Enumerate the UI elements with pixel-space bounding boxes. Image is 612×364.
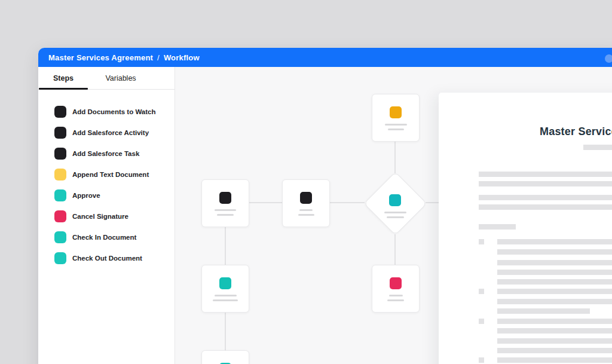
step-type-icon xyxy=(54,148,66,160)
document-text-placeholder xyxy=(497,270,612,275)
node-placeholder-line xyxy=(388,129,404,130)
workflow-node-card[interactable] xyxy=(201,265,249,313)
document-text-placeholder xyxy=(497,319,612,324)
node-placeholder-line xyxy=(387,299,404,301)
workflow-node-card[interactable] xyxy=(282,179,330,227)
workflow-node-card[interactable] xyxy=(201,350,249,364)
node-placeholder-line xyxy=(384,212,406,213)
document-bullet-placeholder xyxy=(479,319,484,324)
document-text-placeholder xyxy=(497,279,612,285)
node-placeholder-line xyxy=(298,214,314,216)
document-bullet-placeholder xyxy=(479,357,484,363)
step-list-item[interactable]: Cancel Signature xyxy=(54,210,175,222)
node-step-icon xyxy=(390,277,402,289)
document-text-placeholder xyxy=(479,172,612,177)
sidebar-tabbar: Steps Variables xyxy=(38,67,175,90)
node-placeholder-line xyxy=(389,295,403,296)
breadcrumb-separator: / xyxy=(157,53,160,62)
connector-line xyxy=(225,311,226,351)
node-step-icon xyxy=(389,194,401,206)
node-placeholder-line xyxy=(299,209,313,211)
desktop-background: Master Services Agreement/Workflow Steps… xyxy=(0,0,612,364)
step-item-label: Check Out Document xyxy=(72,255,142,262)
step-type-icon xyxy=(54,189,66,201)
step-item-label: Add Salesforce Activity xyxy=(72,129,149,136)
document-preview-panel[interactable]: Master Services xyxy=(439,93,612,364)
document-text-placeholder xyxy=(497,239,612,244)
step-type-icon xyxy=(54,231,66,243)
document-text-placeholder xyxy=(479,204,612,210)
app-header: Master Services Agreement/Workflow xyxy=(38,48,612,67)
step-item-label: Cancel Signature xyxy=(72,213,128,220)
step-type-icon xyxy=(54,252,66,264)
node-placeholder-line xyxy=(215,295,237,296)
document-text-placeholder xyxy=(497,357,612,363)
presence-dot-icon[interactable] xyxy=(605,54,612,63)
step-list-item[interactable]: Add Documents to Watch xyxy=(54,106,175,118)
connector-line xyxy=(225,226,226,266)
app-window: Master Services Agreement/Workflow Steps… xyxy=(38,48,612,364)
document-text-placeholder xyxy=(497,338,612,344)
document-bullet-placeholder xyxy=(479,289,484,294)
workflow-node-card[interactable] xyxy=(372,265,420,313)
document-text-placeholder xyxy=(497,308,590,314)
connector-line xyxy=(394,234,396,266)
node-placeholder-line xyxy=(385,124,407,126)
document-bullet-placeholder xyxy=(479,239,484,244)
document-title: Master Services xyxy=(540,126,612,138)
node-step-icon xyxy=(219,192,231,204)
step-list: Add Documents to WatchAdd Salesforce Act… xyxy=(38,90,175,264)
step-item-label: Approve xyxy=(72,192,100,199)
breadcrumb: Master Services Agreement/Workflow xyxy=(48,53,200,62)
document-text-placeholder xyxy=(497,260,612,265)
connector-line xyxy=(249,202,283,203)
document-text-placeholder xyxy=(479,224,516,230)
step-item-label: Append Text Document xyxy=(72,171,149,178)
step-list-item[interactable]: Check In Document xyxy=(54,231,175,243)
document-text-placeholder xyxy=(497,289,612,294)
workflow-node-card[interactable] xyxy=(201,179,249,227)
document-text-placeholder xyxy=(497,299,612,304)
document-text-placeholder xyxy=(479,195,612,200)
node-placeholder-line xyxy=(213,299,238,301)
step-item-label: Add Documents to Watch xyxy=(72,108,156,115)
breadcrumb-current: Workflow xyxy=(164,53,200,62)
breadcrumb-parent[interactable]: Master Services Agreement xyxy=(48,53,153,62)
document-text-placeholder xyxy=(497,249,612,255)
connector-line xyxy=(394,141,396,173)
document-text-placeholder xyxy=(497,348,612,353)
step-list-item[interactable]: Approve xyxy=(54,189,175,201)
step-list-item[interactable]: Add Salesforce Activity xyxy=(54,127,175,139)
step-type-icon xyxy=(54,210,66,222)
node-step-icon xyxy=(219,277,231,289)
step-list-item[interactable]: Add Salesforce Task xyxy=(54,148,175,160)
document-text-placeholder xyxy=(497,328,612,334)
document-text-placeholder xyxy=(479,181,612,186)
node-step-icon xyxy=(300,192,312,204)
tab-steps[interactable]: Steps xyxy=(38,67,88,89)
workflow-node-diamond-content xyxy=(371,179,419,227)
node-placeholder-line xyxy=(215,209,236,211)
step-list-item[interactable]: Check Out Document xyxy=(54,252,175,264)
node-step-icon xyxy=(390,106,402,118)
workflow-node-card[interactable] xyxy=(372,94,420,142)
step-type-icon xyxy=(54,106,66,118)
step-type-icon xyxy=(54,169,66,181)
document-text-placeholder xyxy=(583,145,612,150)
step-item-label: Add Salesforce Task xyxy=(72,150,139,157)
connector-line xyxy=(329,202,365,203)
steps-sidebar: Steps Variables Add Documents to WatchAd… xyxy=(38,67,175,364)
node-placeholder-line xyxy=(217,214,234,216)
node-placeholder-line xyxy=(387,216,404,218)
step-item-label: Check In Document xyxy=(72,234,136,241)
tab-variables[interactable]: Variables xyxy=(88,67,153,89)
step-type-icon xyxy=(54,127,66,139)
step-list-item[interactable]: Append Text Document xyxy=(54,169,175,181)
